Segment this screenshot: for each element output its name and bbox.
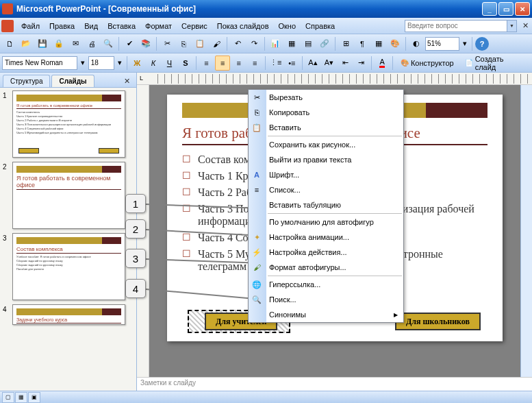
zoom-dropdown[interactable]: ▾ (461, 36, 469, 51)
spell-button[interactable]: ✔ (122, 36, 137, 51)
maximize-button[interactable]: ▭ (498, 2, 514, 16)
increase-font-button[interactable]: A▴ (305, 56, 320, 71)
ctx-font[interactable]: AШрифт... (249, 167, 403, 182)
ctx-list[interactable]: ≡Список... (249, 182, 403, 197)
tab-structure[interactable]: Структура (3, 75, 50, 87)
font-dropdown[interactable]: ▾ (79, 56, 87, 71)
ctx-hyperlink[interactable]: 🌐Гиперссылка... (249, 277, 403, 292)
italic-button[interactable]: К (146, 56, 161, 71)
menu-insert[interactable]: Вставка (103, 20, 140, 32)
ctx-copy[interactable]: ⎘Копировать (249, 105, 403, 120)
ctx-synonyms[interactable]: Синонимы▶ (249, 307, 403, 322)
slide-thumbnail[interactable]: Я готов работать в современном офисе (12, 162, 125, 229)
help-button[interactable]: ? (475, 37, 489, 51)
new-slide-button[interactable]: 📄 Создать слайд (460, 56, 530, 71)
align-right-button[interactable]: ≡ (231, 56, 246, 71)
menu-edit[interactable]: Правка (45, 20, 79, 32)
constructor-button[interactable]: 🎨 Конструктор (396, 56, 459, 71)
thumb-row[interactable]: 3 Состав комплекса Учебное пособие: Я го… (3, 233, 134, 300)
thumb-row[interactable]: 2 Я готов работать в современном офисе (3, 162, 134, 229)
research-button[interactable]: 📚 (138, 36, 153, 51)
tables-borders-button[interactable]: ▤ (301, 36, 316, 51)
font-select[interactable] (2, 56, 77, 70)
zoom-select[interactable] (425, 37, 459, 51)
slide-thumbnail[interactable]: Задачи учебного курса (12, 304, 125, 325)
menu-tools[interactable]: Сервис (177, 20, 212, 32)
increase-indent-button[interactable]: ⇥ (354, 56, 369, 71)
bullets-button[interactable]: •≡ (285, 56, 300, 71)
horizontal-ruler[interactable]: L (137, 73, 532, 85)
align-left-button[interactable]: ≡ (199, 56, 214, 71)
expand-button[interactable]: ⊞ (338, 36, 353, 51)
question-input[interactable] (405, 20, 507, 32)
font-color-button[interactable]: A (375, 56, 390, 71)
open-button[interactable]: 📂 (18, 36, 34, 51)
permission-button[interactable]: 🔒 (51, 36, 66, 51)
ctx-autofigure-default[interactable]: По умолчанию для автофигур (249, 215, 403, 230)
title-text: Microsoft PowerPoint - [Современный офис… (16, 4, 482, 14)
ctx-paste[interactable]: 📋Вставить (249, 120, 403, 135)
menu-window[interactable]: Окно (274, 20, 301, 32)
thumbnails-list[interactable]: 1 Я готов работать в современном офисе С… (0, 88, 136, 391)
ctx-save-as-picture[interactable]: Сохранить как рисунок... (249, 137, 403, 152)
question-dropdown[interactable]: ▼ (507, 20, 517, 32)
slideshow-view-button[interactable]: ▣ (28, 392, 40, 403)
ctx-insert-tab[interactable]: Вставить табуляцию (249, 197, 403, 212)
thumb-row[interactable]: 1 Я готов работать в современном офисе С… (3, 90, 134, 158)
align-center-button[interactable]: ≡ (215, 56, 230, 71)
normal-view-button[interactable]: ▢ (2, 392, 14, 403)
paste-button[interactable]: 📋 (192, 36, 207, 51)
redo-button[interactable]: ↷ (246, 36, 262, 51)
ctx-cut[interactable]: ✂Вырезать (249, 90, 403, 105)
bold-button[interactable]: Ж (130, 56, 145, 71)
chart-button[interactable]: 📊 (268, 36, 283, 51)
hyperlink-button[interactable]: 🔗 (317, 36, 332, 51)
notes-pane[interactable]: Заметки к слайду (137, 377, 532, 391)
underline-button[interactable]: Ч (162, 56, 177, 71)
thumb-row[interactable]: 4 Задачи учебного курса (3, 304, 134, 325)
thumb-number: 2 (3, 162, 12, 229)
bw-button[interactable]: ◐ (409, 36, 424, 51)
ctx-action-settings[interactable]: ⚡Настройка действия... (249, 245, 403, 260)
ctx-exit-text-edit[interactable]: Выйти из правки текста (249, 152, 403, 167)
color-button[interactable]: 🎨 (388, 36, 403, 51)
undo-button[interactable]: ↶ (230, 36, 245, 51)
menu-view[interactable]: Вид (79, 20, 103, 32)
menu-file[interactable]: Файл (16, 20, 45, 32)
numbering-button[interactable]: ⋮≡ (268, 56, 283, 71)
table-button[interactable]: ▦ (284, 36, 299, 51)
button-students[interactable]: Для школьников (395, 313, 481, 330)
pane-close-button[interactable]: ✕ (121, 75, 134, 87)
menu-slideshow[interactable]: Показ слайдов (212, 20, 274, 32)
save-button[interactable]: 💾 (35, 36, 50, 51)
tab-slides[interactable]: Слайды (51, 75, 94, 87)
app-icon (2, 3, 13, 14)
email-button[interactable]: ✉ (68, 36, 83, 51)
ctx-search[interactable]: 🔍Поиск... (249, 292, 403, 307)
decrease-font-button[interactable]: A▾ (322, 56, 337, 71)
shadow-button[interactable]: S (178, 56, 193, 71)
ctx-animation-settings[interactable]: ✦Настройка анимации... (249, 230, 403, 245)
align-justify-button[interactable]: ≡ (247, 56, 262, 71)
ctx-format-autofigure[interactable]: 🖌Формат автофигуры... (249, 260, 403, 275)
size-dropdown[interactable]: ▾ (116, 56, 124, 71)
print-button[interactable]: 🖨 (84, 36, 99, 51)
minimize-button[interactable]: _ (482, 2, 497, 16)
vertical-scrollbar[interactable] (520, 85, 532, 377)
doc-close-button[interactable]: ✕ (520, 21, 531, 32)
menu-format[interactable]: Формат (140, 20, 177, 32)
size-select[interactable] (88, 56, 114, 70)
format-painter-button[interactable]: 🖌 (209, 36, 224, 51)
preview-button[interactable]: 🔍 (101, 36, 116, 51)
cut-button[interactable]: ✂ (160, 36, 175, 51)
slide-thumbnail[interactable]: Состав комплекса Учебное пособие: Я гото… (12, 233, 125, 300)
decrease-indent-button[interactable]: ⇤ (338, 56, 353, 71)
slide-thumbnail[interactable]: Я готов работать в современном офисе Сос… (12, 90, 125, 158)
sorter-view-button[interactable]: ▦ (15, 392, 27, 403)
show-format-button[interactable]: ¶ (355, 36, 370, 51)
copy-button[interactable]: ⎘ (176, 36, 191, 51)
new-button[interactable]: 🗋 (2, 36, 17, 51)
menu-help[interactable]: Справка (301, 20, 340, 32)
close-button[interactable]: ✕ (515, 2, 530, 16)
grid-button[interactable]: ▦ (371, 36, 386, 51)
